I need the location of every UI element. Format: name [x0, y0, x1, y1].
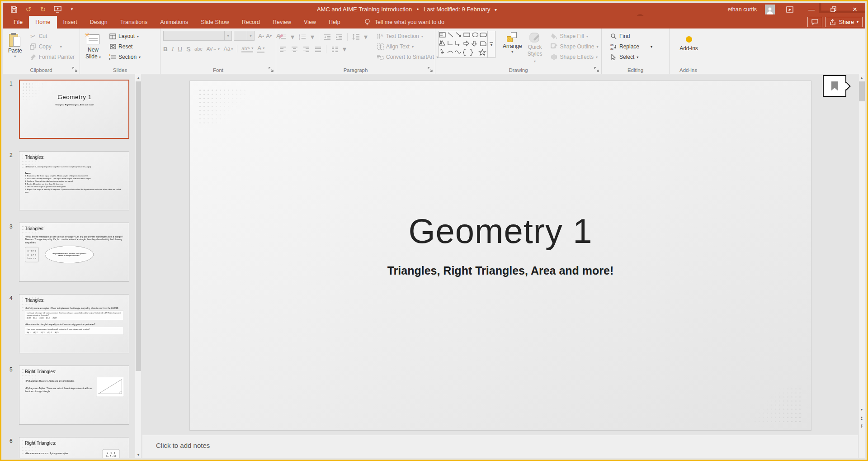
ribbon-display-options-button[interactable]: [783, 4, 797, 15]
align-center-button: [291, 46, 298, 53]
select-button[interactable]: Select▾: [608, 52, 654, 62]
increase-indent-button: [335, 33, 343, 41]
thumbnail-scrollbar[interactable]: ▴ ▾: [135, 74, 142, 458]
thumbnail-scroll-down-icon[interactable]: ▾: [135, 451, 142, 458]
addins-button[interactable]: Add-ins: [677, 31, 701, 53]
slide-canvas[interactable]: Geometry 1 Triangles, Right Triangles, A…: [189, 81, 811, 431]
tab-review[interactable]: Review: [266, 16, 297, 29]
tab-help[interactable]: Help: [322, 16, 347, 29]
notes-placeholder[interactable]: Click to add notes: [156, 442, 210, 449]
tab-view[interactable]: View: [297, 16, 322, 29]
thumb5-heading: Right Triangles:: [25, 369, 123, 375]
bookmark-marker: [823, 75, 846, 97]
arrange-icon: [507, 32, 518, 43]
font-dialog-launcher[interactable]: [269, 67, 274, 72]
slide-thumbnail-2[interactable]: Triangles: • Definition: 3-sided polygon…: [19, 151, 129, 210]
slide-corner-dots: [198, 88, 248, 124]
ribbon-tabs: File Home Insert Design Transitions Anim…: [3, 16, 347, 29]
layout-button[interactable]: Layout▾: [107, 32, 142, 41]
thumbnail-row-3: 3 Triangles: • What are the restrictions…: [3, 223, 135, 282]
columns-button: [331, 46, 338, 53]
tab-home[interactable]: Home: [29, 16, 57, 29]
slide-thumbnail-6[interactable]: Right Triangles: • Here are some common …: [19, 437, 129, 458]
decrease-indent-button: [324, 33, 331, 41]
slide-number: 2: [3, 151, 19, 210]
share-button[interactable]: Share ▾: [825, 17, 863, 27]
shape-outline-icon: [550, 43, 557, 50]
group-drawing: ▾ Arrange ▾ Quick Styles ▾ Shape F: [435, 29, 601, 74]
thumbnail-scrollbar-thumb[interactable]: [136, 81, 141, 371]
paste-button[interactable]: Paste ▾: [5, 31, 25, 60]
paste-icon: [9, 33, 21, 48]
scroll-down-icon[interactable]: ▾: [859, 406, 865, 413]
thumbnail-scroll-up-icon[interactable]: ▴: [135, 74, 142, 81]
main-scrollbar[interactable]: ▴ ▾ ▴▴ ▾▾: [858, 74, 865, 458]
align-right-button: [302, 46, 310, 53]
arrange-button[interactable]: Arrange ▾: [500, 31, 525, 56]
title-separator: •: [417, 6, 419, 13]
section-button[interactable]: Section▾: [107, 52, 142, 62]
section-icon: [109, 53, 116, 61]
tab-design[interactable]: Design: [84, 16, 114, 29]
change-case-button: Aa▾: [224, 46, 233, 52]
new-slide-button[interactable]: ✳ New Slide ▾: [83, 31, 104, 62]
reset-button[interactable]: Reset: [107, 42, 142, 51]
slide-thumbnail-5[interactable]: Right Triangles: • Pythagorean Theorem: …: [19, 366, 129, 425]
slide-thumbnail-4[interactable]: Triangles: • Let's try some examples of …: [19, 294, 129, 353]
shape-fill-icon: [550, 33, 557, 40]
tab-transitions[interactable]: Transitions: [114, 16, 154, 29]
clipboard-dialog-launcher[interactable]: [72, 67, 78, 72]
workspace: 1 Geometry 1 Triangles, Right Triangles,…: [3, 74, 865, 458]
thought-cloud: Can you see how these theorems solve pro…: [45, 246, 94, 263]
paragraph-dialog-launcher[interactable]: [428, 67, 433, 72]
justify-button: [314, 46, 321, 53]
tell-me-label: Tell me what you want to do: [375, 19, 444, 25]
align-text-icon: [377, 43, 384, 50]
text-shadow-button: S: [186, 46, 190, 52]
thumbnail-row-2: 2 Triangles: • Definition: 3-sided polyg…: [3, 151, 135, 210]
shapes-icons: [439, 31, 487, 57]
tab-animations[interactable]: Animations: [154, 16, 194, 29]
bookmark-icon: [831, 81, 838, 90]
underline-button: U: [178, 46, 182, 52]
drawing-dialog-launcher[interactable]: [594, 67, 599, 72]
thumb6-heading: Right Triangles:: [25, 441, 123, 446]
user-avatar[interactable]: [765, 5, 775, 14]
slide-thumbnail-3[interactable]: Triangles: • What are the restrictions o…: [19, 223, 129, 282]
tab-record[interactable]: Record: [236, 16, 266, 29]
thumb1-subtitle: Triangles, Right Triangles, Area and mor…: [25, 104, 124, 106]
shape-gallery[interactable]: ▾: [438, 31, 495, 58]
slide-thumbnail-panel: 1 Geometry 1 Triangles, Right Triangles,…: [3, 74, 135, 458]
replace-button[interactable]: abac Replace▾: [608, 42, 654, 51]
comments-button[interactable]: [807, 17, 822, 27]
tab-file[interactable]: File: [7, 16, 29, 29]
group-editing: Find abac Replace▾ Select▾ Editing: [601, 29, 669, 74]
thumb1-title: Geometry 1: [25, 94, 124, 101]
previous-slide-button[interactable]: ▴▴: [859, 414, 865, 421]
find-button[interactable]: Find: [608, 32, 654, 41]
restore-button[interactable]: [826, 4, 840, 15]
user-name[interactable]: ethan curtis: [727, 6, 757, 13]
titlebar-controls: ethan curtis — ×: [727, 3, 862, 16]
slide-editor-area: Geometry 1 Triangles, Right Triangles, A…: [142, 74, 865, 458]
group-addins: Add-ins Add-ins: [669, 29, 707, 74]
title-dropdown-icon[interactable]: ▾: [495, 7, 497, 12]
notes-pane[interactable]: Click to add notes: [142, 435, 858, 458]
tell-me-button[interactable]: Tell me what you want to do: [364, 16, 444, 29]
smartart-icon: [377, 53, 384, 61]
slide-subtitle-text[interactable]: Triangles, Right Triangles, Area and mor…: [190, 264, 811, 277]
right-triangle-figure: [96, 377, 124, 397]
scroll-up-icon[interactable]: ▴: [859, 74, 865, 81]
slide-thumbnail-1[interactable]: Geometry 1 Triangles, Right Triangles, A…: [19, 80, 129, 139]
shape-effects-button: Shape Effects▾: [548, 52, 600, 62]
close-button[interactable]: ×: [848, 4, 862, 15]
tab-slide-show[interactable]: Slide Show: [194, 16, 236, 29]
tab-insert[interactable]: Insert: [57, 16, 84, 29]
shape-gallery-more-button[interactable]: ▾: [487, 31, 495, 57]
font-color-button: A▾: [257, 45, 264, 53]
main-scrollbar-thumb[interactable]: [859, 81, 865, 101]
minimize-button[interactable]: —: [805, 4, 818, 15]
next-slide-button[interactable]: ▾▾: [859, 423, 865, 429]
slide-title-text[interactable]: Geometry 1: [190, 211, 811, 251]
thumbnail-row-1: 1 Geometry 1 Triangles, Right Triangles,…: [3, 80, 135, 139]
